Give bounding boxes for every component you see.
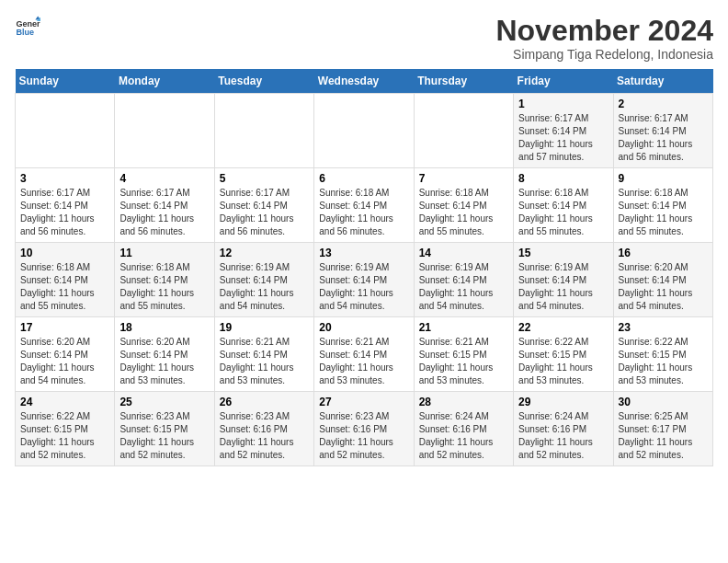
day-info: Sunrise: 6:23 AM Sunset: 6:15 PM Dayligh… bbox=[119, 410, 209, 462]
day-info: Sunrise: 6:17 AM Sunset: 6:14 PM Dayligh… bbox=[20, 187, 109, 238]
day-number: 2 bbox=[619, 98, 708, 110]
svg-text:General: General bbox=[16, 19, 40, 29]
day-header-wednesday: Wednesday bbox=[314, 69, 414, 94]
calendar-cell: 28Sunrise: 6:24 AM Sunset: 6:16 PM Dayli… bbox=[414, 392, 513, 466]
calendar-cell: 4Sunrise: 6:17 AM Sunset: 6:14 PM Daylig… bbox=[115, 168, 214, 243]
calendar-cell: 6Sunrise: 6:18 AM Sunset: 6:14 PM Daylig… bbox=[314, 168, 414, 243]
day-info: Sunrise: 6:17 AM Sunset: 6:14 PM Dayligh… bbox=[119, 187, 209, 238]
day-number: 27 bbox=[319, 396, 408, 408]
day-number: 23 bbox=[619, 321, 708, 334]
day-number: 30 bbox=[619, 396, 708, 408]
calendar-cell bbox=[214, 94, 313, 168]
calendar-cell: 21Sunrise: 6:21 AM Sunset: 6:15 PM Dayli… bbox=[414, 317, 513, 392]
calendar-week-row: 17Sunrise: 6:20 AM Sunset: 6:14 PM Dayli… bbox=[16, 317, 713, 392]
day-info: Sunrise: 6:17 AM Sunset: 6:14 PM Dayligh… bbox=[518, 112, 608, 164]
calendar-cell: 22Sunrise: 6:22 AM Sunset: 6:15 PM Dayli… bbox=[514, 317, 613, 392]
calendar-cell bbox=[115, 94, 214, 168]
day-info: Sunrise: 6:19 AM Sunset: 6:14 PM Dayligh… bbox=[419, 261, 508, 313]
calendar-table: SundayMondayTuesdayWednesdayThursdayFrid… bbox=[15, 69, 713, 466]
day-info: Sunrise: 6:22 AM Sunset: 6:15 PM Dayligh… bbox=[20, 410, 109, 462]
calendar-cell: 9Sunrise: 6:18 AM Sunset: 6:14 PM Daylig… bbox=[613, 168, 712, 243]
day-info: Sunrise: 6:23 AM Sunset: 6:16 PM Dayligh… bbox=[319, 410, 408, 462]
calendar-week-row: 1Sunrise: 6:17 AM Sunset: 6:14 PM Daylig… bbox=[16, 94, 713, 168]
calendar-week-row: 24Sunrise: 6:22 AM Sunset: 6:15 PM Dayli… bbox=[16, 392, 713, 466]
day-number: 29 bbox=[518, 396, 608, 408]
logo: General Blue bbox=[15, 15, 40, 40]
calendar-cell bbox=[314, 94, 414, 168]
calendar-cell bbox=[414, 94, 513, 168]
day-info: Sunrise: 6:19 AM Sunset: 6:14 PM Dayligh… bbox=[518, 261, 608, 313]
day-number: 11 bbox=[119, 247, 209, 259]
calendar-cell bbox=[16, 94, 115, 168]
calendar-cell: 16Sunrise: 6:20 AM Sunset: 6:14 PM Dayli… bbox=[613, 243, 712, 317]
day-info: Sunrise: 6:22 AM Sunset: 6:15 PM Dayligh… bbox=[518, 336, 608, 387]
calendar-cell: 18Sunrise: 6:20 AM Sunset: 6:14 PM Dayli… bbox=[115, 317, 214, 392]
calendar-cell: 15Sunrise: 6:19 AM Sunset: 6:14 PM Dayli… bbox=[514, 243, 613, 317]
day-info: Sunrise: 6:17 AM Sunset: 6:14 PM Dayligh… bbox=[220, 187, 309, 238]
day-info: Sunrise: 6:19 AM Sunset: 6:14 PM Dayligh… bbox=[220, 261, 309, 313]
title-block: November 2024 Simpang Tiga Redelong, Ind… bbox=[495, 15, 713, 62]
day-info: Sunrise: 6:17 AM Sunset: 6:14 PM Dayligh… bbox=[619, 112, 708, 164]
calendar-cell: 23Sunrise: 6:22 AM Sunset: 6:15 PM Dayli… bbox=[613, 317, 712, 392]
day-number: 20 bbox=[319, 321, 408, 334]
day-number: 28 bbox=[419, 396, 508, 408]
calendar-cell: 8Sunrise: 6:18 AM Sunset: 6:14 PM Daylig… bbox=[514, 168, 613, 243]
calendar-week-row: 10Sunrise: 6:18 AM Sunset: 6:14 PM Dayli… bbox=[16, 243, 713, 317]
day-header-sunday: Sunday bbox=[16, 69, 115, 94]
day-number: 3 bbox=[20, 172, 109, 185]
calendar-cell: 14Sunrise: 6:19 AM Sunset: 6:14 PM Dayli… bbox=[414, 243, 513, 317]
calendar-title: November 2024 bbox=[495, 15, 713, 47]
day-info: Sunrise: 6:25 AM Sunset: 6:17 PM Dayligh… bbox=[619, 410, 708, 462]
calendar-cell: 26Sunrise: 6:23 AM Sunset: 6:16 PM Dayli… bbox=[214, 392, 313, 466]
calendar-cell: 25Sunrise: 6:23 AM Sunset: 6:15 PM Dayli… bbox=[115, 392, 214, 466]
calendar-cell: 7Sunrise: 6:18 AM Sunset: 6:14 PM Daylig… bbox=[414, 168, 513, 243]
calendar-subtitle: Simpang Tiga Redelong, Indonesia bbox=[495, 47, 713, 62]
day-info: Sunrise: 6:18 AM Sunset: 6:14 PM Dayligh… bbox=[419, 187, 508, 238]
day-info: Sunrise: 6:20 AM Sunset: 6:14 PM Dayligh… bbox=[20, 336, 109, 387]
day-info: Sunrise: 6:21 AM Sunset: 6:15 PM Dayligh… bbox=[419, 336, 508, 387]
calendar-cell: 12Sunrise: 6:19 AM Sunset: 6:14 PM Dayli… bbox=[214, 243, 313, 317]
day-number: 7 bbox=[419, 172, 508, 185]
day-number: 17 bbox=[20, 321, 109, 334]
calendar-week-row: 3Sunrise: 6:17 AM Sunset: 6:14 PM Daylig… bbox=[16, 168, 713, 243]
day-number: 21 bbox=[419, 321, 508, 334]
day-number: 1 bbox=[518, 98, 608, 110]
day-info: Sunrise: 6:23 AM Sunset: 6:16 PM Dayligh… bbox=[220, 410, 309, 462]
calendar-cell: 27Sunrise: 6:23 AM Sunset: 6:16 PM Dayli… bbox=[314, 392, 414, 466]
day-number: 19 bbox=[220, 321, 309, 334]
calendar-cell: 10Sunrise: 6:18 AM Sunset: 6:14 PM Dayli… bbox=[16, 243, 115, 317]
calendar-cell: 29Sunrise: 6:24 AM Sunset: 6:16 PM Dayli… bbox=[514, 392, 613, 466]
calendar-cell: 1Sunrise: 6:17 AM Sunset: 6:14 PM Daylig… bbox=[514, 94, 613, 168]
day-number: 14 bbox=[419, 247, 508, 259]
calendar-cell: 2Sunrise: 6:17 AM Sunset: 6:14 PM Daylig… bbox=[613, 94, 712, 168]
day-number: 6 bbox=[319, 172, 408, 185]
day-info: Sunrise: 6:24 AM Sunset: 6:16 PM Dayligh… bbox=[518, 410, 608, 462]
calendar-cell: 30Sunrise: 6:25 AM Sunset: 6:17 PM Dayli… bbox=[613, 392, 712, 466]
day-info: Sunrise: 6:20 AM Sunset: 6:14 PM Dayligh… bbox=[619, 261, 708, 313]
day-info: Sunrise: 6:18 AM Sunset: 6:14 PM Dayligh… bbox=[119, 261, 209, 313]
calendar-cell: 3Sunrise: 6:17 AM Sunset: 6:14 PM Daylig… bbox=[16, 168, 115, 243]
day-info: Sunrise: 6:18 AM Sunset: 6:14 PM Dayligh… bbox=[619, 187, 708, 238]
calendar-cell: 19Sunrise: 6:21 AM Sunset: 6:14 PM Dayli… bbox=[214, 317, 313, 392]
day-number: 26 bbox=[220, 396, 309, 408]
day-header-tuesday: Tuesday bbox=[214, 69, 313, 94]
day-number: 9 bbox=[619, 172, 708, 185]
day-info: Sunrise: 6:18 AM Sunset: 6:14 PM Dayligh… bbox=[20, 261, 109, 313]
day-info: Sunrise: 6:21 AM Sunset: 6:14 PM Dayligh… bbox=[319, 336, 408, 387]
logo-icon: General Blue bbox=[15, 15, 40, 40]
day-number: 13 bbox=[319, 247, 408, 259]
day-number: 5 bbox=[220, 172, 309, 185]
day-number: 25 bbox=[119, 396, 209, 408]
day-number: 18 bbox=[119, 321, 209, 334]
day-number: 22 bbox=[518, 321, 608, 334]
day-header-friday: Friday bbox=[514, 69, 613, 94]
day-header-thursday: Thursday bbox=[414, 69, 513, 94]
day-number: 10 bbox=[20, 247, 109, 259]
calendar-cell: 5Sunrise: 6:17 AM Sunset: 6:14 PM Daylig… bbox=[214, 168, 313, 243]
day-info: Sunrise: 6:21 AM Sunset: 6:14 PM Dayligh… bbox=[220, 336, 309, 387]
calendar-cell: 13Sunrise: 6:19 AM Sunset: 6:14 PM Dayli… bbox=[314, 243, 414, 317]
day-number: 12 bbox=[220, 247, 309, 259]
svg-text:Blue: Blue bbox=[16, 28, 34, 37]
page-header: General Blue November 2024 Simpang Tiga … bbox=[15, 15, 713, 62]
calendar-header-row: SundayMondayTuesdayWednesdayThursdayFrid… bbox=[16, 69, 713, 94]
